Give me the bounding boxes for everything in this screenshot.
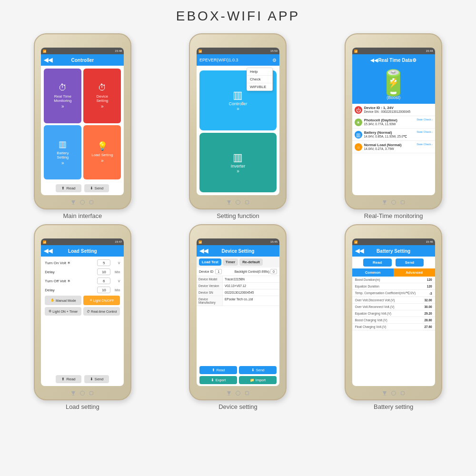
screen-5: 📶 15:45 ◀◀ Device Setting Load Test Time… — [197, 238, 279, 386]
ls-row-turnoff: Turn Off Volt ☀ 6 V — [45, 278, 120, 284]
tile-device[interactable]: ⏱ DeviceSetting » — [83, 69, 121, 123]
tile-battery-label: BatterySetting — [57, 151, 69, 159]
bs-tab-common[interactable]: Common — [352, 268, 394, 277]
photocell-state-btn[interactable]: State Check › — [416, 118, 432, 121]
bs-val-bv: 28.80 — [424, 318, 432, 322]
back-btn-6[interactable]: ◀◀ — [355, 248, 364, 254]
turnoff-input[interactable]: 6 — [97, 278, 110, 284]
bs-row-fv: Float Charging Volt.(V) 27.60 — [352, 324, 435, 330]
status-left-5: 📶 — [198, 240, 202, 244]
ls-bottom-row: ⚙ Light ON + Timer ⏱ Real-time Control — [45, 307, 120, 316]
light-timer-btn[interactable]: ⚙ Light ON + Timer — [45, 307, 81, 316]
nav-back-5[interactable] — [227, 391, 231, 396]
ls-row-turnon: Turn On Volt ☀ 5 V — [45, 259, 120, 266]
phone-cell-1: 📶 15:48 ◀◀ Controller ⏱ Real TimeMonitor… — [5, 30, 160, 221]
epever-dropdown: Help Check WIFI/BLE — [247, 68, 273, 91]
read-icon-1: ⬆ — [61, 186, 65, 190]
bs-val-temp: -3 — [429, 292, 432, 295]
nav-back-4[interactable] — [71, 391, 75, 396]
delay1-unit: Min — [110, 270, 120, 274]
ls-header: ◀◀ Load Setting — [41, 245, 124, 257]
ds-device-id-value[interactable]: 1 — [215, 269, 222, 274]
nav-back-1[interactable] — [71, 200, 75, 205]
nav-back-3[interactable] — [383, 200, 387, 205]
nav-recent-1[interactable] — [89, 200, 93, 204]
ds-export-icon: ⬇ — [211, 378, 214, 382]
back-btn-4[interactable]: ◀◀ — [44, 248, 52, 254]
ds-export-btn[interactable]: ⬇ Export — [199, 376, 237, 384]
delay1-label: Delay — [45, 270, 97, 274]
nav-recent-4[interactable] — [89, 391, 93, 395]
ds-tab-timer[interactable]: Timer — [223, 258, 238, 266]
bs-label-ovdv: Over Volt.Disconnect Volt.(V) — [355, 298, 425, 302]
device-id-text: Device ID : 1, 24V Device SN : 000220130… — [364, 106, 433, 113]
bs-send-btn[interactable]: Send — [396, 258, 424, 267]
turnon-input[interactable]: 5 — [97, 259, 110, 266]
status-bar-6: 📶 15:46 — [352, 238, 435, 245]
light-onoff-label: Light ON/OFF — [93, 299, 114, 302]
status-right-3: 15:44 — [426, 50, 433, 52]
nav-home-5[interactable] — [236, 391, 240, 396]
realtime-ctrl-btn[interactable]: ⏱ Real-time Control — [83, 307, 120, 316]
settings-gear-icon[interactable]: ⚙ — [272, 58, 277, 63]
back-btn-3[interactable]: ◀◀ — [370, 58, 378, 63]
bs-read-btn[interactable]: Read — [363, 258, 392, 267]
phone-label-6: Battery setting — [374, 403, 413, 410]
phone-label-2: Setting function — [217, 212, 259, 219]
bs-tab-advanced[interactable]: Advanced — [394, 268, 435, 277]
load-status-icon: ○ — [355, 143, 362, 151]
ds-tab-loadtest[interactable]: Load Test — [199, 258, 221, 266]
nav-recent-5[interactable] — [245, 391, 249, 395]
dropdown-help[interactable]: Help — [247, 68, 272, 76]
tile-load[interactable]: 💡 Load Setting » — [83, 125, 121, 180]
rtd-settings-icon[interactable]: ⚙ — [412, 58, 416, 63]
home-bar-5 — [227, 391, 249, 396]
nav-back-2[interactable] — [227, 200, 231, 205]
manual-mode-btn[interactable]: ✋ Manual Mode — [45, 296, 81, 305]
tile-device-label: DeviceSetting — [96, 94, 108, 103]
controller-grid: ⏱ Real TimeMonitoring » ⏱ DeviceSetting … — [41, 66, 124, 182]
phones-grid: 📶 15:48 ◀◀ Controller ⏱ Real TimeMonitor… — [2, 30, 474, 412]
delay1-input[interactable]: 10 — [97, 268, 110, 275]
send-btn-1[interactable]: ⬇ Send — [84, 184, 109, 192]
nav-back-6[interactable] — [383, 391, 387, 396]
read-btn-1[interactable]: ⬆ Read — [56, 184, 81, 192]
tile-realtime[interactable]: ⏱ Real TimeMonitoring » — [44, 69, 81, 123]
dropdown-wifi[interactable]: WIFI/BLE — [247, 83, 272, 90]
ls-send-btn[interactable]: ⬇ Send — [84, 375, 109, 383]
nav-home-4[interactable] — [80, 391, 85, 396]
device-status-icon: ⏻ — [355, 106, 362, 114]
ds-backlight-value[interactable]: 0 — [270, 269, 277, 274]
rtd-row-photocell: ☀ Photocell (Daytime) 15.34V, 0.77A, 11.… — [352, 116, 435, 129]
photocell-icon: ☀ — [355, 119, 362, 126]
dropdown-check[interactable]: Check — [247, 76, 272, 83]
light-onoff-btn[interactable]: ☀ Light ON/OFF — [83, 296, 120, 305]
battery-state-btn[interactable]: State Check › — [416, 130, 432, 133]
screen-2: 📶 15:50 EPEVER(WIFI)1.0.3 ⚙ Help Check W… — [197, 48, 279, 195]
nav-recent-3[interactable] — [401, 200, 405, 204]
ds-send-btn[interactable]: ⬇ Send — [239, 366, 277, 374]
phone-label-3: Real-Time monitoring — [364, 212, 423, 219]
tile-battery[interactable]: ▥ BatterySetting » — [44, 125, 81, 180]
battery-status-icon: ▥ — [355, 131, 362, 139]
nav-recent-2[interactable] — [245, 200, 249, 204]
ds-import-btn[interactable]: 📁 Import — [239, 376, 277, 384]
status-right-2: 15:50 — [270, 50, 278, 52]
nav-home-2[interactable] — [236, 200, 240, 205]
delay2-input[interactable]: 10 — [97, 287, 110, 293]
phone-label-1: Main interface — [63, 212, 102, 219]
ds-backlight: Backlight Control(0-999s) 0 — [235, 269, 277, 274]
nav-recent-6[interactable] — [401, 391, 405, 395]
nav-home-6[interactable] — [391, 391, 396, 396]
back-btn-1[interactable]: ◀◀ — [44, 57, 52, 63]
ls-read-btn[interactable]: ⬆ Read — [56, 375, 81, 383]
bs-val-boost-dur: 120 — [427, 278, 432, 281]
load-state-btn[interactable]: State Check › — [416, 143, 432, 146]
back-btn-5[interactable]: ◀◀ — [199, 248, 208, 254]
light-timer-icon: ⚙ — [49, 309, 51, 313]
nav-home-1[interactable] — [80, 200, 85, 205]
nav-home-3[interactable] — [391, 200, 396, 205]
sf-inverter-tile[interactable]: ▥ Inverter » — [199, 133, 277, 193]
ds-tab-redefault[interactable]: Re-default — [239, 258, 263, 266]
ds-read-btn[interactable]: ⬆ Read — [199, 366, 237, 374]
